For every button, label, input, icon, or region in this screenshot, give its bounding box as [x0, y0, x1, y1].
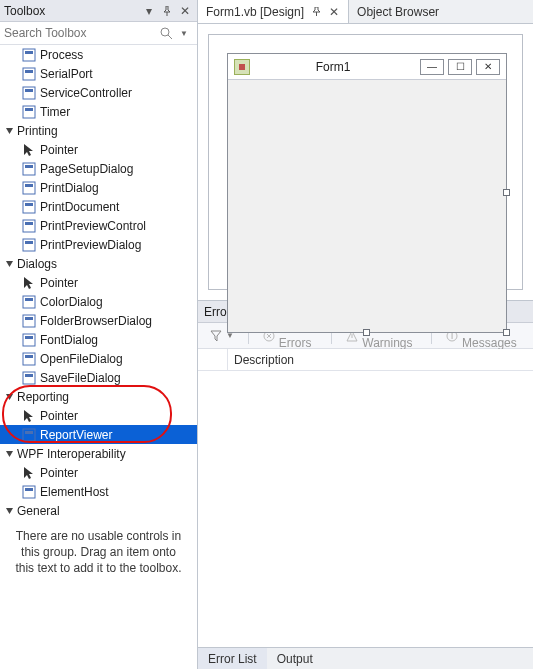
winform-title-text: Form1: [250, 60, 416, 74]
toolbox-header: Toolbox ▾ ✕: [0, 0, 197, 22]
app-icon: [234, 59, 250, 75]
printdialog-icon: [18, 180, 40, 196]
toolbox-item-label: PrintDialog: [40, 181, 99, 195]
toolbox-item[interactable]: PageSetupDialog: [0, 159, 197, 178]
pin-icon[interactable]: [310, 6, 322, 18]
toolbox-item[interactable]: Pointer: [0, 406, 197, 425]
toolbox-item-label: Pointer: [40, 143, 78, 157]
toolbox-item[interactable]: PrintDocument: [0, 197, 197, 216]
toolbox-group-header[interactable]: Printing: [0, 121, 197, 140]
search-icon[interactable]: [157, 24, 175, 42]
toolbox-item-label: PrintDocument: [40, 200, 119, 214]
filter-icon: [210, 330, 222, 342]
serialport-icon: [18, 66, 40, 82]
bottom-tab[interactable]: Error List: [198, 648, 267, 669]
toolbox-item[interactable]: PrintDialog: [0, 178, 197, 197]
design-canvas[interactable]: Form1 — ☐ ✕: [208, 34, 523, 290]
svg-rect-11: [25, 165, 33, 168]
toolbox-item-label: PageSetupDialog: [40, 162, 133, 176]
elementhost-icon: [18, 484, 40, 500]
savefile-icon: [18, 370, 40, 386]
toolbox-item[interactable]: OpenFileDialog: [0, 349, 197, 368]
process-icon: [18, 47, 40, 63]
toolbox-group-header[interactable]: Dialogs: [0, 254, 197, 273]
caret-icon: [3, 258, 15, 270]
pagesetup-icon: [18, 161, 40, 177]
toolbox-group-header[interactable]: Reporting: [0, 387, 197, 406]
svg-rect-20: [23, 296, 35, 308]
toolbox-item[interactable]: Pointer: [0, 463, 197, 482]
toolbox-item-label: FontDialog: [40, 333, 98, 347]
toolbox-tree: ProcessSerialPortServiceControllerTimerP…: [0, 45, 197, 669]
group-label: Dialogs: [17, 257, 57, 271]
toolbox-item[interactable]: ReportViewer: [0, 425, 197, 444]
svg-rect-8: [23, 106, 35, 118]
document-tab[interactable]: Object Browser: [349, 0, 448, 23]
caret-icon: [3, 505, 15, 517]
toolbox-item[interactable]: Pointer: [0, 273, 197, 292]
group-empty-text: There are no usable controls in this gro…: [0, 520, 197, 585]
toolbox-search: ▼: [0, 22, 197, 45]
pointer-icon: [18, 142, 40, 158]
resize-handle[interactable]: [503, 189, 510, 196]
svg-rect-18: [23, 239, 35, 251]
toolbox-item[interactable]: FolderBrowserDialog: [0, 311, 197, 330]
svg-rect-30: [23, 429, 35, 441]
column-header[interactable]: Description: [228, 353, 533, 367]
resize-handle[interactable]: [503, 329, 510, 336]
caret-icon: [3, 448, 15, 460]
errorlist-columns: Description: [198, 349, 533, 371]
svg-rect-14: [23, 201, 35, 213]
toolbox-item-label: ReportViewer: [40, 428, 112, 442]
resize-handle[interactable]: [363, 329, 370, 336]
search-dropdown-icon[interactable]: ▼: [175, 24, 193, 42]
toolbox-group-header[interactable]: WPF Interoperability: [0, 444, 197, 463]
tab-label: Object Browser: [357, 5, 439, 19]
svg-rect-24: [23, 334, 35, 346]
toolbox-group-header[interactable]: General: [0, 501, 197, 520]
toolbox-item[interactable]: FontDialog: [0, 330, 197, 349]
svg-line-1: [168, 35, 172, 39]
toolbox-item[interactable]: ColorDialog: [0, 292, 197, 311]
svg-rect-28: [23, 372, 35, 384]
close-button[interactable]: ✕: [476, 59, 500, 75]
service-icon: [18, 85, 40, 101]
toolbox-item[interactable]: SaveFileDialog: [0, 368, 197, 387]
document-tabs: Form1.vb [Design]✕Object Browser: [198, 0, 533, 24]
search-input[interactable]: [4, 23, 157, 43]
toolbox-item[interactable]: ElementHost: [0, 482, 197, 501]
designer-surface: Form1 — ☐ ✕: [198, 24, 533, 301]
toolbox-item[interactable]: PrintPreviewControl: [0, 216, 197, 235]
toolbox-item[interactable]: Process: [0, 45, 197, 64]
close-icon[interactable]: ✕: [328, 6, 340, 18]
pin-icon[interactable]: [159, 3, 175, 19]
dropdown-icon[interactable]: ▾: [141, 3, 157, 19]
toolbox-panel: Toolbox ▾ ✕ ▼ ProcessSerialPortServiceCo…: [0, 0, 198, 669]
toolbox-item[interactable]: Pointer: [0, 140, 197, 159]
openfile-icon: [18, 351, 40, 367]
svg-rect-27: [25, 355, 33, 358]
svg-rect-15: [25, 203, 33, 206]
group-label: Reporting: [17, 390, 69, 404]
toolbox-item-label: PrintPreviewDialog: [40, 238, 141, 252]
svg-rect-29: [25, 374, 33, 377]
winform[interactable]: Form1 — ☐ ✕: [227, 53, 507, 333]
minimize-button[interactable]: —: [420, 59, 444, 75]
close-icon[interactable]: ✕: [177, 3, 193, 19]
svg-rect-4: [23, 68, 35, 80]
timer-icon: [18, 104, 40, 120]
toolbox-item[interactable]: PrintPreviewDialog: [0, 235, 197, 254]
previewdlg-icon: [18, 237, 40, 253]
bottom-tab[interactable]: Output: [267, 648, 323, 669]
toolbox-item-label: SaveFileDialog: [40, 371, 121, 385]
document-tab[interactable]: Form1.vb [Design]✕: [198, 0, 349, 23]
svg-rect-12: [23, 182, 35, 194]
maximize-button[interactable]: ☐: [448, 59, 472, 75]
toolbox-item-label: Pointer: [40, 409, 78, 423]
fontdlg-icon: [18, 332, 40, 348]
toolbox-item[interactable]: Timer: [0, 102, 197, 121]
svg-rect-21: [25, 298, 33, 301]
toolbox-item[interactable]: SerialPort: [0, 64, 197, 83]
pointer-icon: [18, 408, 40, 424]
toolbox-item[interactable]: ServiceController: [0, 83, 197, 102]
